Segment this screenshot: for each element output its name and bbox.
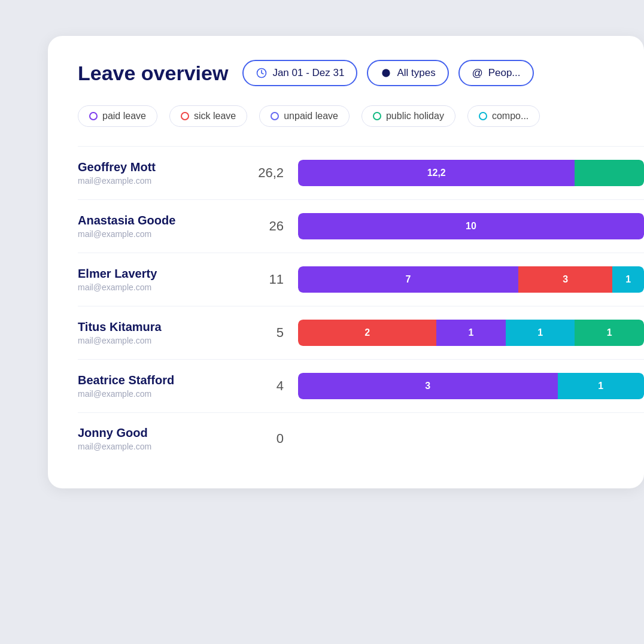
bar-segment-teal: 1 — [558, 373, 645, 399]
bar-segment-purple: 10 — [298, 213, 644, 239]
clock-icon — [256, 67, 268, 79]
table-row: Elmer Laverty mail@example.com 11731 — [78, 253, 644, 306]
date-filter-label: Jan 01 - Dez 31 — [272, 67, 344, 79]
page-title: Leave overview — [78, 62, 228, 85]
person-info: Elmer Laverty mail@example.com — [78, 267, 233, 292]
bar-container: 731 — [298, 266, 644, 293]
person-total: 11 — [248, 272, 284, 287]
person-email: mail@example.com — [78, 442, 233, 451]
legend-dot-paid-leave — [89, 112, 98, 120]
person-total: 0 — [248, 431, 284, 446]
person-info: Geoffrey Mott mail@example.com — [78, 160, 233, 186]
svg-point-1 — [382, 69, 390, 77]
bar-segment-purple: 3 — [298, 373, 558, 399]
person-email: mail@example.com — [78, 389, 233, 399]
legend-dot-public-holiday — [373, 112, 381, 120]
legend-label-comp: compo... — [492, 111, 528, 121]
legend-item-public-holiday[interactable]: public holiday — [362, 105, 455, 127]
people-filter-label: Peop... — [488, 67, 521, 79]
date-filter-button[interactable]: Jan 01 - Dez 31 — [242, 60, 357, 86]
table-row: Geoffrey Mott mail@example.com 26,212,2 — [78, 146, 644, 199]
legend-label-paid-leave: paid leave — [102, 111, 146, 121]
bar-container: 12,2 — [298, 160, 644, 186]
legend-label-unpaid-leave: unpaid leave — [284, 111, 338, 121]
bar-segment-purple: 1 — [436, 320, 506, 346]
person-name: Geoffrey Mott — [78, 160, 233, 174]
person-email: mail@example.com — [78, 176, 233, 186]
bar-segment-purple: 12,2 — [298, 160, 575, 186]
main-card: Leave overview Jan 01 - Dez 31 All types… — [48, 36, 644, 488]
bar-container: 10 — [298, 213, 644, 239]
table-row: Anastasia Goode mail@example.com 2610 — [78, 199, 644, 253]
legend-item-unpaid-leave[interactable]: unpaid leave — [259, 105, 350, 127]
person-email: mail@example.com — [78, 282, 233, 292]
person-name: Anastasia Goode — [78, 214, 233, 227]
person-info: Beatrice Stafford mail@example.com — [78, 373, 233, 399]
table-row: Jonny Good mail@example.com 0 — [78, 412, 644, 464]
person-info: Anastasia Goode mail@example.com — [78, 214, 233, 239]
legend-label-public-holiday: public holiday — [386, 111, 444, 121]
person-total: 5 — [248, 325, 284, 341]
person-info: Jonny Good mail@example.com — [78, 426, 233, 451]
legend-dot-comp — [479, 112, 487, 120]
data-table: Geoffrey Mott mail@example.com 26,212,2 … — [78, 146, 644, 464]
bar-segment-teal: 1 — [506, 320, 575, 346]
bar-container: 31 — [298, 373, 644, 399]
person-total: 4 — [248, 378, 284, 394]
person-name: Beatrice Stafford — [78, 373, 233, 387]
table-row: Titus Kitamura mail@example.com 52111 — [78, 306, 644, 359]
person-name: Titus Kitamura — [78, 320, 233, 334]
bar-segment-purple: 7 — [298, 266, 518, 293]
header: Leave overview Jan 01 - Dez 31 All types… — [78, 60, 644, 86]
type-filter-button[interactable]: All types — [367, 60, 448, 86]
legend-dot-sick-leave — [181, 112, 189, 120]
person-total: 26 — [248, 218, 284, 234]
bar-container: 2111 — [298, 320, 644, 346]
person-total: 26,2 — [248, 165, 284, 181]
person-name: Jonny Good — [78, 426, 233, 440]
legend: paid leave sick leave unpaid leave publi… — [78, 105, 644, 127]
type-filter-label: All types — [397, 67, 435, 79]
circle-icon — [380, 67, 392, 79]
legend-dot-unpaid-leave — [271, 112, 279, 120]
legend-item-sick-leave[interactable]: sick leave — [169, 105, 247, 127]
legend-item-paid-leave[interactable]: paid leave — [78, 105, 157, 127]
bar-segment-teal: 1 — [612, 266, 644, 293]
bar-segment-red: 2 — [298, 320, 436, 346]
legend-item-comp[interactable]: compo... — [467, 105, 540, 127]
person-email: mail@example.com — [78, 336, 233, 345]
bar-segment-red: 3 — [518, 266, 613, 293]
bar-segment-green: 1 — [575, 320, 644, 346]
person-info: Titus Kitamura mail@example.com — [78, 320, 233, 345]
table-row: Beatrice Stafford mail@example.com 431 — [78, 359, 644, 412]
bar-segment-green — [575, 160, 644, 186]
person-name: Elmer Laverty — [78, 267, 233, 281]
people-filter-button[interactable]: @ Peop... — [458, 60, 534, 86]
legend-label-sick-leave: sick leave — [194, 111, 236, 121]
person-email: mail@example.com — [78, 229, 233, 239]
at-icon: @ — [472, 67, 484, 79]
